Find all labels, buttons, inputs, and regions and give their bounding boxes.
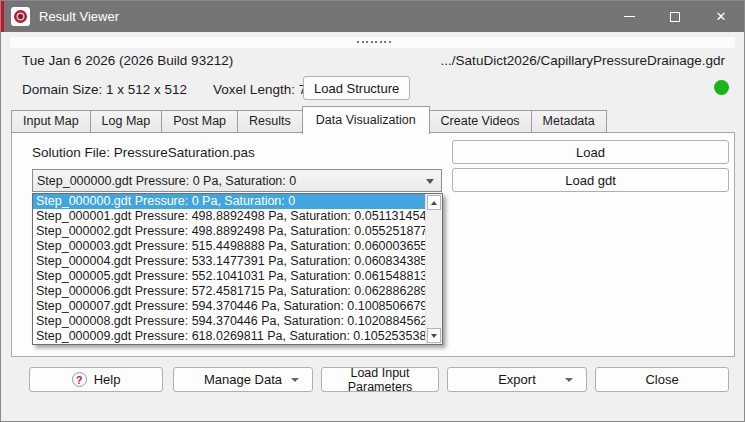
manage-data-button[interactable]: Manage Data <box>173 367 313 392</box>
export-label: Export <box>498 372 536 387</box>
help-icon: ? <box>72 372 87 387</box>
help-label: Help <box>94 372 121 387</box>
toolbar-strip <box>10 37 735 48</box>
window-controls: ✕ <box>606 1 744 32</box>
result-viewer-window: Result Viewer ✕ Tue Jan 6 2026 (2026 Bui… <box>0 0 745 422</box>
tab-data-visualization[interactable]: Data Visualization <box>302 106 430 134</box>
dropdown-item[interactable]: Step_000001.gdt Pressure: 498.8892498 Pa… <box>33 209 425 224</box>
help-button[interactable]: ? Help <box>29 367 163 392</box>
minimize-icon <box>624 16 635 17</box>
build-date-label: Tue Jan 6 2026 (2026 Build 93212) <box>22 53 233 68</box>
load-button[interactable]: Load <box>452 140 729 164</box>
scroll-down-button[interactable] <box>427 328 441 343</box>
domain-size-label: Domain Size: 1 x 512 x 512 <box>22 82 187 97</box>
tab-create-videos[interactable]: Create Videos <box>429 110 532 133</box>
close-dialog-button[interactable]: Close <box>595 367 729 392</box>
window-title: Result Viewer <box>39 9 119 24</box>
dropdown-item[interactable]: Step_000004.gdt Pressure: 533.1477391 Pa… <box>33 254 425 269</box>
edge-accent-strip <box>1 1 4 32</box>
manage-data-label: Manage Data <box>204 372 282 387</box>
arrow-down-icon <box>431 334 437 338</box>
close-button[interactable]: ✕ <box>698 1 744 32</box>
step-dropdown-list: Step_000000.gdt Pressure: 0 Pa, Saturati… <box>32 193 443 345</box>
data-visualization-panel: Solution File: PressureSaturation.pas Lo… <box>11 132 735 357</box>
tab-input-map[interactable]: Input Map <box>11 110 91 133</box>
dropdown-item[interactable]: Step_000003.gdt Pressure: 515.4498888 Pa… <box>33 239 425 254</box>
export-button[interactable]: Export <box>447 367 587 392</box>
combobox-value: Step_000000.gdt Pressure: 0 Pa, Saturati… <box>37 174 296 188</box>
close-icon: ✕ <box>716 10 727 23</box>
dropdown-items: Step_000000.gdt Pressure: 0 Pa, Saturati… <box>33 194 425 344</box>
chevron-down-icon <box>426 179 434 184</box>
tab-bar: Input MapLog MapPost MapResultsData Visu… <box>11 105 606 133</box>
step-select-combobox[interactable]: Step_000000.gdt Pressure: 0 Pa, Saturati… <box>32 169 442 192</box>
tab-results[interactable]: Results <box>237 110 303 133</box>
load-input-parameters-button[interactable]: Load Input Parameters <box>321 367 439 392</box>
dropdown-item[interactable]: Step_000002.gdt Pressure: 498.8892498 Pa… <box>33 224 425 239</box>
dropdown-scrollbar[interactable] <box>425 194 442 344</box>
dropdown-item[interactable]: Step_000000.gdt Pressure: 0 Pa, Saturati… <box>33 194 425 209</box>
domain-info: Domain Size: 1 x 512 x 512 Voxel Length:… <box>22 82 344 97</box>
load-gdt-button[interactable]: Load gdt <box>452 168 729 192</box>
result-file-path: .../SatuDict2026/CapillaryPressureDraina… <box>441 53 725 68</box>
scroll-up-button[interactable] <box>427 195 441 210</box>
tab-metadata[interactable]: Metadata <box>531 110 607 133</box>
chevron-down-icon <box>565 378 573 382</box>
minimize-button[interactable] <box>606 1 652 32</box>
status-indicator <box>714 80 729 95</box>
load-structure-button[interactable]: Load Structure <box>303 76 410 100</box>
dropdown-item[interactable]: Step_000006.gdt Pressure: 572.4581715 Pa… <box>33 284 425 299</box>
tab-post-map[interactable]: Post Map <box>161 110 238 133</box>
arrow-up-icon <box>431 201 437 205</box>
maximize-icon <box>670 12 680 22</box>
drag-handle-icon[interactable] <box>357 41 391 43</box>
chevron-down-icon <box>291 378 299 382</box>
dropdown-item[interactable]: Step_000007.gdt Pressure: 594.370446 Pa,… <box>33 299 425 314</box>
app-icon <box>11 7 30 26</box>
maximize-button[interactable] <box>652 1 698 32</box>
dropdown-item[interactable]: Step_000009.gdt Pressure: 618.0269811 Pa… <box>33 329 425 344</box>
dropdown-item[interactable]: Step_000008.gdt Pressure: 594.370446 Pa,… <box>33 314 425 329</box>
dropdown-item[interactable]: Step_000005.gdt Pressure: 552.1041031 Pa… <box>33 269 425 284</box>
tab-log-map[interactable]: Log Map <box>90 110 163 133</box>
solution-file-label: Solution File: PressureSaturation.pas <box>32 145 255 160</box>
title-bar[interactable]: Result Viewer ✕ <box>1 1 744 32</box>
